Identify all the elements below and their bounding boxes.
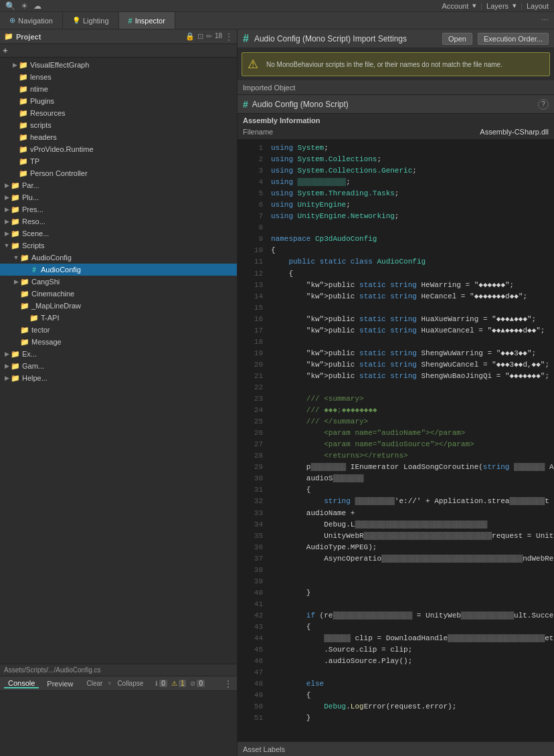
tree-item-maplinedraw[interactable]: 📁 _MapLineDraw (0, 300, 237, 312)
layers-label[interactable]: Layers (486, 2, 509, 10)
console-more-icon[interactable]: ⋮ (223, 678, 233, 689)
tree-item-cangshi[interactable]: ▶ 📁 CangShi (0, 276, 237, 288)
folder-icon: 📁 (11, 205, 20, 214)
code-line: 43 { (238, 622, 554, 633)
code-line: 51 } (238, 713, 554, 724)
toolbar-more-icon[interactable]: ⋯ (536, 16, 554, 25)
assembly-info-title: Assembly Information (243, 116, 549, 124)
tree-item-tp[interactable]: 📁 TP (0, 155, 237, 167)
collapse-button[interactable]: Collapse (114, 679, 146, 688)
code-text: "kw">public static string HeCancel = "◆◆… (271, 291, 554, 302)
execution-order-button[interactable]: Execution Order... (478, 33, 549, 45)
tree-item-scripts-root[interactable]: ▼ 📁 Scripts (0, 240, 237, 252)
tree-arrow: ▶ (3, 206, 11, 213)
tree-item-reso[interactable]: ▶ 📁 Reso... (0, 215, 237, 227)
tree-item-ntime[interactable]: 📁 ntime (0, 83, 237, 95)
tab-preview[interactable]: Preview (43, 680, 77, 688)
tree-item-resources[interactable]: 📁 Resources (0, 107, 237, 119)
tree-label: Person Controller (30, 169, 88, 177)
line-number: 11 (243, 256, 263, 268)
tree-arrow: ▶ (3, 351, 11, 357)
code-text (271, 565, 554, 576)
tree-item-par[interactable]: ▶ 📁 Par... (0, 179, 237, 191)
line-number: 6 (243, 199, 263, 211)
tree-item-personcontroller[interactable]: 📁 Person Controller (0, 167, 237, 179)
tree-item-audioconfig-script[interactable]: # AudioConfig (0, 264, 237, 276)
folder-icon: 📁 (19, 169, 28, 178)
code-text: if (re▒▒▒▒▒▒▒▒▒▒▒▒▒▒▒▒▒▒ = UnityWeb▒▒▒▒▒… (271, 610, 554, 622)
folder-icon: 📁 (19, 96, 28, 106)
search-icon[interactable]: 🔍 (5, 1, 15, 11)
sun-icon[interactable]: ☀ (21, 1, 28, 11)
code-area[interactable]: 1using System;2using System.Collections;… (238, 140, 554, 741)
line-number: 39 (243, 576, 263, 587)
imported-object-row: # Audio Config (Mono Script) ? (238, 95, 554, 114)
clear-button[interactable]: Clear (84, 679, 105, 688)
tree-item-headers[interactable]: 📁 headers (0, 131, 237, 143)
account-dropdown-icon[interactable]: ▾ (472, 1, 476, 10)
line-number: 32 (243, 496, 263, 507)
folder-icon: 📁 (19, 132, 28, 142)
folder-icon: 📁 (20, 253, 29, 262)
code-text: using System.Collections; (271, 154, 554, 165)
tree-label: Cinemachine (31, 290, 74, 298)
tree-item-scene[interactable]: ▶ 📁 Scene... (0, 227, 237, 240)
image-icon[interactable]: ⊡ (197, 32, 203, 41)
tree-item-tector[interactable]: 📁 tector (0, 324, 237, 336)
layers-dropdown-icon[interactable]: ▾ (513, 1, 517, 10)
layout-label[interactable]: Layout (527, 2, 549, 10)
console-panel: Console Preview Clear ▾ Collapse ℹ 0 ⚠ 1 (0, 676, 237, 756)
tab-navigation[interactable]: ⊕ Navigation (0, 12, 63, 29)
add-button[interactable]: + (3, 45, 8, 56)
imported-object-label: Imported Object (243, 84, 295, 92)
tab-inspector[interactable]: # Inspector (119, 12, 175, 29)
folder-icon: 📁 (19, 60, 28, 70)
line-number: 10 (243, 245, 263, 256)
tree-arrow: ▶ (3, 375, 11, 381)
help-icon[interactable]: ? (538, 99, 549, 110)
tree-item-scripts[interactable]: 📁 scripts (0, 119, 237, 131)
code-line: 40 } (238, 587, 554, 599)
folder-icon: 📁 (11, 241, 20, 250)
tree-item-helpe[interactable]: ▶ 📁 Helpe... (0, 372, 237, 384)
code-line: 9namespace Cp3dAudoConfig (238, 233, 554, 245)
code-text (271, 337, 554, 348)
more-panel-icon[interactable]: ⋮ (225, 32, 233, 41)
info-count: 0 (159, 680, 167, 687)
tree-item-cinemachine[interactable]: 📁 Cinemachine (0, 288, 237, 300)
warning-icon: ⚠ (248, 57, 261, 72)
account-label[interactable]: Account (442, 2, 468, 10)
brush-icon[interactable]: ✏ (206, 32, 212, 41)
line-number: 42 (243, 610, 263, 622)
tree-item-gam[interactable]: ▶ 📁 Gam... (0, 360, 237, 372)
project-icon: 📁 (4, 32, 13, 41)
tree-item-message[interactable]: 📁 Message (0, 336, 237, 348)
project-panel-header: 📁 Project 🔒 ⊡ ✏ 18 ⋮ (0, 29, 237, 44)
tab-console[interactable]: Console (4, 679, 39, 688)
code-text: { (271, 690, 554, 701)
tree-item-audioconfig-folder[interactable]: ▼ 📁 AudioConfig (0, 252, 237, 264)
code-text (271, 382, 554, 393)
code-line: 44 ▒▒▒▒▒▒ clip = DownloadHandle▒▒▒▒▒▒▒▒▒… (238, 633, 554, 644)
folder-icon: 📁 (11, 349, 20, 359)
tree-item-plugins[interactable]: 📁 Plugins (0, 95, 237, 107)
lock-icon[interactable]: 🔒 (185, 32, 195, 41)
line-number: 31 (243, 484, 263, 496)
tree-item-plu[interactable]: ▶ 📁 Plu... (0, 191, 237, 203)
code-text: p▒▒▒▒▒▒▒▒ IEnumerator LoadSongCoroutine(… (271, 462, 554, 473)
tree-item-vprovideo[interactable]: 📁 vProVideo.Runtime (0, 143, 237, 155)
tree-item-visualeffectgraph[interactable]: ▶ 📁 VisualEffectGraph (0, 59, 237, 71)
tab-lighting[interactable]: 💡 Lighting (63, 12, 119, 29)
file-tree[interactable]: ▶ 📁 VisualEffectGraph 📁 lenses 📁 ntime (0, 58, 237, 664)
open-button[interactable]: Open (442, 33, 472, 45)
line-number: 48 (243, 678, 263, 690)
tree-item-ex[interactable]: ▶ 📁 Ex... (0, 348, 237, 360)
tree-item-tapi[interactable]: 📁 T-API (0, 312, 237, 324)
tree-item-pres[interactable]: ▶ 📁 Pres... (0, 203, 237, 215)
cloud-icon[interactable]: ☁ (33, 1, 41, 11)
tree-item-lenses[interactable]: 📁 lenses (0, 71, 237, 83)
code-text: namespace Cp3dAudoConfig (271, 233, 554, 245)
code-line: 35 UnityWebR▒▒▒▒▒▒▒▒▒▒▒▒▒▒▒▒▒▒▒▒▒▒▒▒▒▒▒▒… (238, 531, 554, 542)
line-number: 16 (243, 314, 263, 325)
tree-label: _MapLineDraw (31, 302, 81, 310)
